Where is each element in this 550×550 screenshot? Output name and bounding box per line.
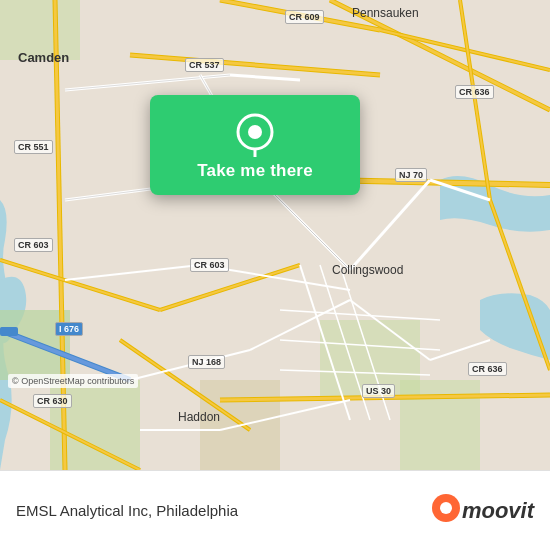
svg-point-62 <box>248 125 262 139</box>
svg-rect-25 <box>0 327 18 336</box>
road-label-i676: I 676 <box>55 322 83 336</box>
road-label-nj70: NJ 70 <box>395 168 427 182</box>
popup-card: Take me there <box>150 95 360 195</box>
road-label-cr636b: CR 636 <box>468 362 507 376</box>
place-haddon: Haddon <box>178 410 220 424</box>
road-label-cr537: CR 537 <box>185 58 224 72</box>
road-label-cr609: CR 609 <box>285 10 324 24</box>
place-collingswood: Collingswood <box>332 263 403 277</box>
moovit-logo: moovit <box>430 493 534 529</box>
road-label-cr551: CR 551 <box>14 140 53 154</box>
road-label-us30: US 30 <box>362 384 395 398</box>
moovit-pin-icon <box>430 493 462 529</box>
map-container: CR 609 CR 537 CR 551 CR 603 CR 603 CR 63… <box>0 0 550 470</box>
road-label-cr636a: CR 636 <box>455 85 494 99</box>
moovit-brand-text: moovit <box>462 498 534 524</box>
map-pin-icon <box>236 113 274 151</box>
take-me-there-button[interactable]: Take me there <box>197 161 313 181</box>
bottom-bar: EMSL Analytical Inc, Philadelphia moovit <box>0 470 550 550</box>
place-pennsauken: Pennsauken <box>352 6 419 20</box>
copyright-text: © OpenStreetMap contributors <box>8 374 138 388</box>
svg-rect-4 <box>400 380 480 470</box>
map-svg <box>0 0 550 470</box>
svg-point-65 <box>440 502 452 514</box>
road-label-cr630: CR 630 <box>33 394 72 408</box>
road-label-cr603b: CR 603 <box>190 258 229 272</box>
road-label-nj168: NJ 168 <box>188 355 225 369</box>
location-name: EMSL Analytical Inc, Philadelphia <box>16 502 238 519</box>
place-camden: Camden <box>18 50 69 65</box>
road-label-cr603a: CR 603 <box>14 238 53 252</box>
